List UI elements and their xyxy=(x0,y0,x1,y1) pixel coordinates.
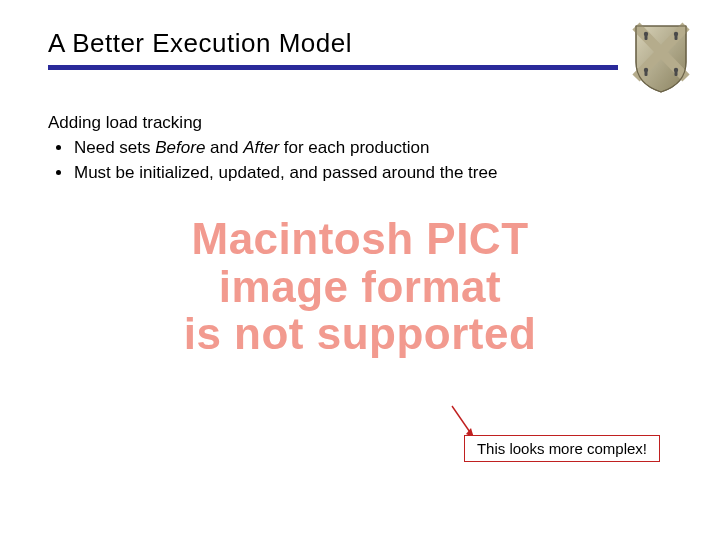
title-underline xyxy=(48,65,618,70)
svg-rect-3 xyxy=(675,35,678,40)
bullet-list: Need sets Before and After for each prod… xyxy=(48,137,672,185)
pict-line: image format xyxy=(0,263,720,311)
bullet-text-part: for each production xyxy=(279,138,429,157)
bullet-text-part: Need sets xyxy=(74,138,155,157)
bullet-text: Must be initialized, updated, and passed… xyxy=(74,163,497,182)
slide: A Better Execution Model xyxy=(0,0,720,540)
bullet-emphasis: After xyxy=(243,138,279,157)
svg-rect-5 xyxy=(645,71,648,76)
lead-text: Adding load tracking xyxy=(48,112,672,135)
crest-icon xyxy=(632,22,690,98)
slide-title: A Better Execution Model xyxy=(48,28,618,59)
title-column: A Better Execution Model xyxy=(48,28,618,70)
svg-rect-1 xyxy=(645,35,648,40)
pict-unsupported-message: Macintosh PICT image format is not suppo… xyxy=(0,215,720,358)
bullet-text-part: and xyxy=(205,138,243,157)
callout: This looks more complex! xyxy=(464,435,660,462)
pict-line: is not supported xyxy=(0,310,720,358)
pict-line: Macintosh PICT xyxy=(0,215,720,263)
slide-body: Adding load tracking Need sets Before an… xyxy=(0,98,720,185)
svg-rect-7 xyxy=(675,71,678,76)
callout-text: This looks more complex! xyxy=(464,435,660,462)
bullet-item: Must be initialized, updated, and passed… xyxy=(52,162,672,185)
header-row: A Better Execution Model xyxy=(0,0,720,98)
bullet-emphasis: Before xyxy=(155,138,205,157)
bullet-item: Need sets Before and After for each prod… xyxy=(52,137,672,160)
